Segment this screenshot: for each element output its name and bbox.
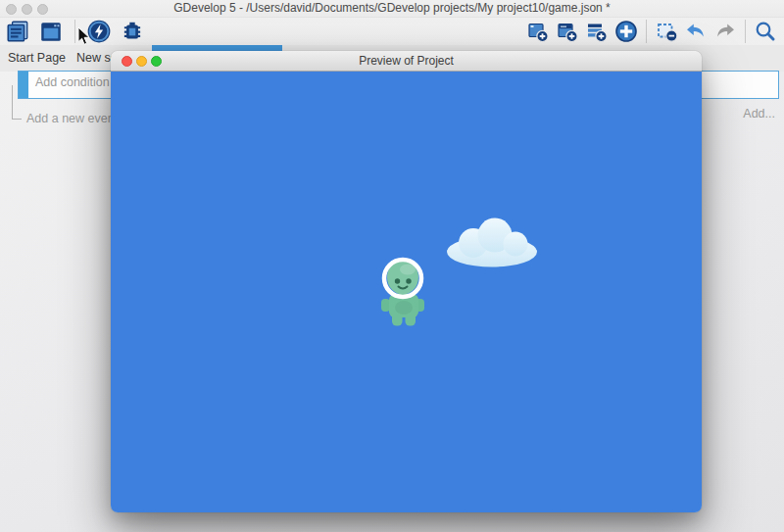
- cloud-sprite: [446, 217, 538, 271]
- tree-line-vertical: [12, 85, 13, 119]
- main-titlebar: GDevelop 5 - /Users/david/Documents/GDev…: [0, 0, 784, 18]
- add-new-event-button[interactable]: Add a new event: [26, 112, 118, 125]
- preview-window: Preview of Project: [111, 51, 702, 512]
- scene-window-icon[interactable]: [38, 18, 64, 45]
- preview-lightning-icon[interactable]: [86, 18, 112, 45]
- toolbar-separator: [745, 20, 746, 43]
- tab-start-page[interactable]: Start Page: [0, 45, 69, 72]
- preview-title: Preview of Project: [111, 51, 702, 71]
- tree-line-horizontal: [12, 119, 22, 120]
- toolbar-separator: [74, 20, 75, 43]
- add-condition-button[interactable]: Add condition: [35, 75, 110, 89]
- window-title: GDevelop 5 - /Users/david/Documents/GDev…: [0, 0, 784, 17]
- event-drag-handle[interactable]: [19, 72, 28, 98]
- game-viewport[interactable]: [111, 72, 702, 512]
- redo-icon[interactable]: [712, 18, 738, 45]
- main-toolbar: [0, 17, 784, 45]
- preview-titlebar: Preview of Project: [111, 51, 702, 72]
- undo-icon[interactable]: [683, 18, 709, 45]
- toolbar-separator: [646, 20, 647, 43]
- search-icon[interactable]: [753, 18, 778, 45]
- debugger-bug-icon[interactable]: [120, 18, 145, 45]
- project-manager-icon[interactable]: [5, 18, 30, 45]
- add-window-header-plus-icon[interactable]: [555, 18, 580, 45]
- add-window-plus-icon[interactable]: [525, 18, 551, 45]
- circle-plus-icon[interactable]: [613, 18, 639, 45]
- add-list-plus-icon[interactable]: [584, 18, 610, 45]
- alien-player-sprite: [375, 251, 430, 331]
- add-more-button[interactable]: Add...: [743, 107, 775, 121]
- remove-window-minus-icon[interactable]: [654, 18, 679, 45]
